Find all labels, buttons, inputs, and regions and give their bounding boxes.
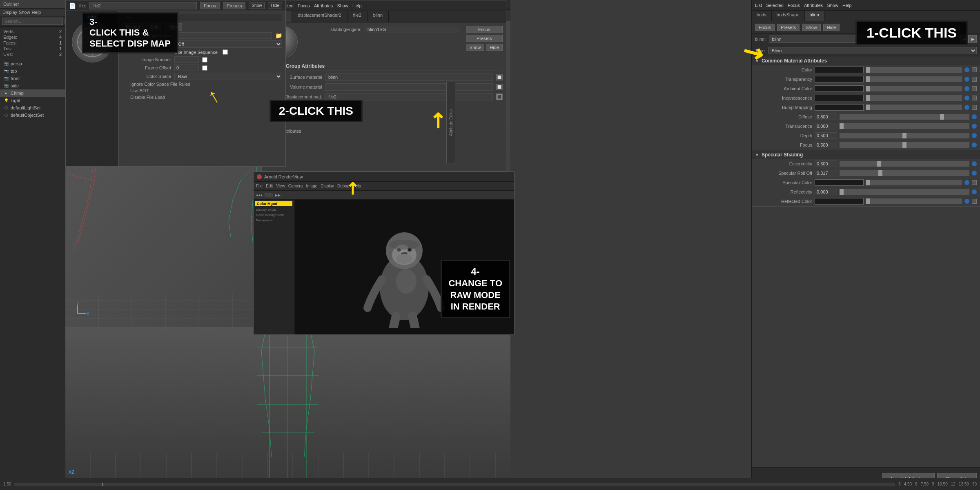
- hs-presets-btn[interactable]: Presets: [466, 35, 503, 42]
- uv-tiling-select[interactable]: Off ZBrush Mudbox: [174, 40, 282, 48]
- file-hide-btn[interactable]: Hide: [268, 2, 282, 9]
- tree-item-persp[interactable]: 📷 persp: [0, 60, 65, 67]
- ae-menu-show[interactable]: Show: [827, 3, 838, 8]
- viewport-bottom[interactable]: XZ: [65, 327, 510, 478]
- ae-menu-attributes[interactable]: Attributes: [804, 3, 823, 8]
- ae-bump-slider[interactable]: [866, 105, 962, 110]
- ae-transparency-swatch[interactable]: [815, 76, 864, 82]
- search-input[interactable]: [2, 18, 63, 25]
- surface-mat-input[interactable]: [325, 74, 493, 81]
- ae-bump-connect[interactable]: [964, 105, 969, 110]
- ae-eccentricity-slider[interactable]: [840, 161, 969, 167]
- file-show-btn[interactable]: Show: [249, 2, 265, 9]
- ae-specular-header[interactable]: ▼ Specular Shading: [752, 150, 980, 159]
- ae-ambient-expand[interactable]: [972, 86, 977, 91]
- ae-trans-depth-slider[interactable]: [840, 133, 969, 138]
- ae-diffuse-connect[interactable]: [972, 114, 977, 119]
- tree-item-front[interactable]: 📷 front: [0, 75, 65, 82]
- ae-reflected-color-expand[interactable]: [972, 199, 977, 204]
- ae-translucence-input[interactable]: [815, 123, 837, 129]
- ae-menu-list[interactable]: List: [755, 3, 762, 8]
- ae-specular-color-connect[interactable]: [964, 180, 969, 185]
- tree-item-light[interactable]: 💡 Light: [0, 97, 65, 104]
- ae-trans-focus-slider[interactable]: [840, 142, 969, 148]
- file-name-input[interactable]: [89, 2, 197, 9]
- tree-item-defaultobjectset[interactable]: ⬡ defaultObjectSet: [0, 111, 65, 119]
- ae-trans-depth-input[interactable]: [815, 132, 837, 139]
- hs-tab-file2[interactable]: file2: [347, 11, 368, 22]
- ae-ambient-slider[interactable]: [866, 86, 962, 91]
- ae-tab-bodyshape[interactable]: bodyShape: [772, 11, 805, 21]
- viewport-bottom-canvas[interactable]: XZ: [65, 327, 510, 478]
- arv-menu-image[interactable]: Image: [306, 184, 317, 188]
- tree-item-defaultlightset[interactable]: ⬡ defaultLightSet: [0, 104, 65, 111]
- use-image-seq-checkbox[interactable]: [223, 49, 228, 55]
- ae-specular-rolloff-input[interactable]: [815, 170, 837, 176]
- ae-color-slider[interactable]: [866, 67, 962, 73]
- ae-color-connect[interactable]: [964, 67, 969, 72]
- ae-specular-rolloff-slider[interactable]: [840, 170, 969, 176]
- ae-reflectivity-connect[interactable]: [972, 189, 977, 194]
- displacement-mat-connect-btn[interactable]: ⬛: [496, 94, 503, 100]
- color-space-select[interactable]: Raw sRGB Linear: [174, 73, 282, 80]
- file-presets-btn[interactable]: Presets: [223, 2, 245, 9]
- hs-focus-btn[interactable]: Focus: [466, 26, 503, 33]
- ae-reflected-color-swatch[interactable]: [815, 198, 864, 205]
- ae-diffuse-slider[interactable]: [840, 114, 969, 120]
- outliner-menu-help[interactable]: Help: [32, 10, 41, 15]
- folder-icon[interactable]: 📁: [275, 32, 282, 39]
- volume-mat-input[interactable]: [325, 83, 493, 91]
- ae-menu-help[interactable]: Help: [842, 3, 852, 8]
- image-name-input[interactable]: [174, 32, 272, 39]
- ae-ambient-swatch[interactable]: [815, 85, 864, 92]
- ae-specular-color-slider[interactable]: [866, 180, 962, 185]
- ae-focus-btn[interactable]: Focus: [755, 24, 775, 31]
- hs-tab-disp[interactable]: displacementShader2: [292, 11, 347, 22]
- ae-specular-rolloff-connect[interactable]: [972, 171, 977, 176]
- arv-menu-edit[interactable]: Edit: [266, 184, 273, 188]
- ae-specular-color-expand[interactable]: [972, 180, 977, 185]
- ae-reflectivity-input[interactable]: [815, 189, 837, 195]
- arv-menu-view[interactable]: View: [276, 184, 285, 188]
- arv-color-mgmt-btn[interactable]: Color Mgmt: [255, 201, 292, 206]
- ae-diffuse-input[interactable]: [815, 114, 837, 120]
- image-number-checkbox[interactable]: [202, 57, 207, 62]
- ae-transparency-connect[interactable]: [964, 77, 969, 82]
- ae-incandescence-expand[interactable]: [972, 96, 977, 100]
- ae-translucence-slider[interactable]: [840, 123, 969, 129]
- timeline-bar[interactable]: [14, 483, 895, 486]
- arv-menu-file[interactable]: File: [256, 184, 263, 188]
- ae-trans-depth-connect[interactable]: [972, 133, 977, 138]
- tree-item-side[interactable]: 📷 side: [0, 82, 65, 89]
- ae-color-swatch[interactable]: [815, 67, 864, 73]
- surface-mat-connect-btn[interactable]: ⬜: [496, 74, 503, 80]
- arv-close-btn[interactable]: [257, 174, 262, 179]
- ae-bump-swatch[interactable]: [815, 104, 864, 111]
- tree-item-chimp[interactable]: ▸ Chimp: [0, 89, 65, 97]
- hs-menu-help[interactable]: Help: [352, 3, 362, 8]
- ae-hide-btn[interactable]: Hide: [823, 24, 840, 31]
- ae-incandescence-connect[interactable]: [964, 96, 969, 100]
- ae-reflectivity-slider[interactable]: [840, 189, 969, 195]
- ae-trans-focus-input[interactable]: [815, 142, 837, 148]
- ae-common-material-header[interactable]: ▼ Common Material Attributes: [752, 56, 980, 65]
- ae-reflected-color-slider[interactable]: [866, 198, 962, 204]
- hs-menu-show[interactable]: Show: [337, 3, 348, 8]
- shading-engine-input[interactable]: [365, 26, 459, 33]
- ae-translucence-connect[interactable]: [972, 124, 977, 129]
- tree-item-top[interactable]: 📷 top: [0, 67, 65, 75]
- extra-attrs-header[interactable]: ▶ Extra Attributes: [265, 127, 503, 135]
- ae-type-select[interactable]: Blinn Lambert Phong: [768, 47, 977, 54]
- hs-tab-blinn[interactable]: blinn: [368, 11, 389, 22]
- image-number-input[interactable]: [174, 56, 199, 63]
- ae-ambient-connect[interactable]: [964, 86, 969, 91]
- file-focus-btn[interactable]: Focus: [200, 2, 220, 9]
- hs-show-btn[interactable]: Show: [466, 44, 485, 51]
- ae-incandescence-swatch[interactable]: [815, 95, 864, 101]
- ae-menu-focus[interactable]: Focus: [788, 3, 800, 8]
- ae-color-expand[interactable]: [972, 67, 977, 72]
- arv-menu-display[interactable]: Display: [321, 184, 334, 188]
- displacement-mat-input[interactable]: [325, 93, 493, 100]
- ae-incandescence-slider[interactable]: [866, 95, 962, 101]
- ae-right-arrow-btn[interactable]: ▶: [969, 35, 977, 43]
